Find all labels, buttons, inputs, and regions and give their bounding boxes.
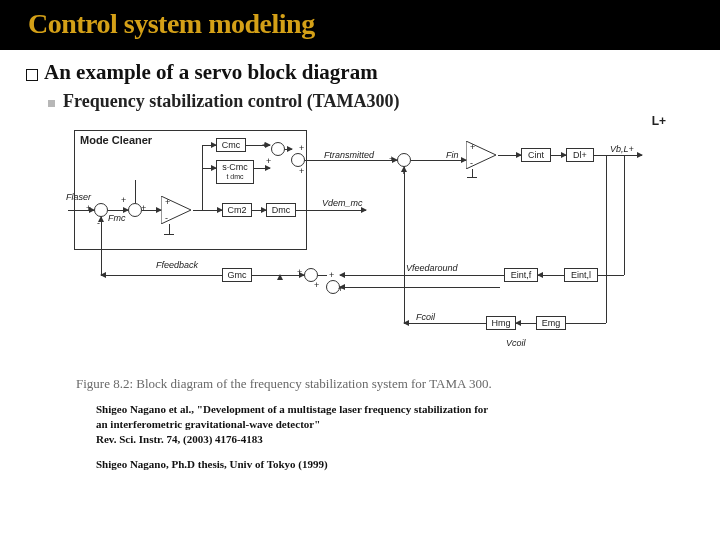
sum-upper-2 [291, 153, 305, 167]
block-dmc: Dmc [266, 203, 296, 217]
wire [404, 167, 405, 323]
label-vdemmc: Vdem_mc [322, 198, 363, 208]
wire [498, 155, 521, 156]
block-dlpl: Dl+ [566, 148, 594, 162]
slide: Control system modeling An example of a … [0, 0, 720, 540]
block-gmc: Gmc [222, 268, 252, 282]
square-bullet-icon [26, 69, 38, 81]
wire [340, 275, 504, 276]
label-mode-cleaner: Mode Cleaner [80, 134, 152, 146]
label-vcoil: Vcoil [506, 338, 526, 348]
wire [169, 224, 170, 234]
ref1-line1: Shigeo Nagano et al., "Development of a … [96, 402, 624, 417]
wire [135, 180, 136, 203]
wire [101, 217, 102, 275]
wire [101, 275, 222, 276]
wire [252, 210, 266, 211]
wire [108, 210, 128, 211]
block-cm2: Cm2 [222, 203, 252, 217]
wire [193, 210, 202, 211]
label-l-plus: L+ [652, 114, 666, 128]
label-fcoil: Fcoil [416, 312, 435, 322]
wire [598, 275, 624, 276]
block-cmc: Cmc [216, 138, 246, 152]
wire [551, 155, 566, 156]
ref2: Shigeo Nagano, Ph.D thesis, Univ of Toky… [96, 457, 624, 472]
wire [202, 168, 216, 169]
block-scmc-bot: t dmc [219, 172, 251, 181]
wire [516, 323, 536, 324]
block-hmg: Hmg [486, 316, 516, 330]
block-scmc-top: s·Cmc [219, 163, 251, 172]
wire [538, 275, 564, 276]
block-scmc: s·Cmc t dmc [216, 160, 254, 184]
label-ftransmitted: Ftransmitted [324, 150, 374, 160]
block-cint: Cint [521, 148, 551, 162]
wire [305, 160, 397, 161]
references: Shigeo Nagano et al., "Development of a … [26, 402, 694, 471]
block-diagram: L+ Mode Cleaner Cmc s·Cmc t dmc + + + + [66, 120, 666, 370]
label-ffeedback: Ffeedback [156, 260, 198, 270]
wire [411, 160, 466, 161]
sum-left-2 [128, 203, 142, 217]
sum-mid-top [397, 153, 411, 167]
subheading: Frequency stabilization control (TAMA300… [63, 91, 399, 112]
mini-square-icon [48, 100, 55, 107]
wire [624, 155, 625, 275]
heading-row: An example of a servo block diagram [26, 60, 694, 85]
wire [467, 177, 477, 178]
wire [296, 210, 366, 211]
wire [202, 210, 222, 211]
content-area: An example of a servo block diagram Freq… [0, 50, 720, 477]
wire [202, 145, 216, 146]
ref1-line2: an interferometric gravitational-wave de… [96, 417, 624, 432]
ref1-line3: Rev. Sci. Instr. 74, (2003) 4176-4183 [96, 432, 624, 447]
sum-upper-1 [271, 142, 285, 156]
wire [142, 210, 161, 211]
slide-title: Control system modeling [28, 8, 692, 40]
wire [285, 149, 292, 150]
label-flaser: Flaser [66, 192, 91, 202]
wire [246, 145, 270, 146]
label-vfeedaround: Vfeedaround [406, 263, 458, 273]
wire [340, 287, 500, 288]
subheading-row: Frequency stabilization control (TAMA300… [26, 91, 694, 112]
wire [164, 234, 174, 235]
wire [404, 323, 486, 324]
wire [318, 275, 327, 276]
title-bar: Control system modeling [0, 0, 720, 50]
wire [202, 145, 203, 210]
wire [472, 169, 473, 177]
block-eintf: Eint,f [504, 268, 538, 282]
label-fmc: Fmc [108, 213, 126, 223]
diagram-wrap: L+ Mode Cleaner Cmc s·Cmc t dmc + + + + [26, 120, 694, 370]
label-fin: Fin [446, 150, 459, 160]
sum-left-1 [94, 203, 108, 217]
wire [566, 323, 606, 324]
label-vbl: Vb,L+ [610, 144, 634, 154]
figure-caption: Figure 8.2: Block diagram of the frequen… [26, 370, 694, 402]
block-eintl: Eint,l [564, 268, 598, 282]
block-emg: Emg [536, 316, 566, 330]
wire [254, 168, 270, 169]
wire [606, 155, 607, 323]
heading: An example of a servo block diagram [44, 60, 378, 85]
wire [594, 155, 642, 156]
